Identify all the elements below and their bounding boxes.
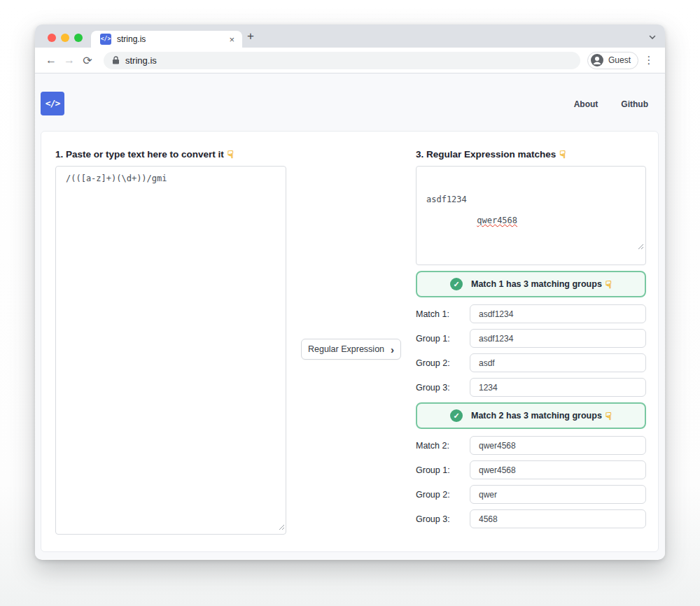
- minimize-window-button[interactable]: [61, 34, 69, 42]
- tab-strip: </> string.is × +: [35, 24, 665, 48]
- group-value-input[interactable]: [470, 509, 646, 528]
- pointer-down-icon: ☟: [606, 279, 612, 290]
- match-row: Group 1:: [416, 460, 646, 479]
- group-value-input[interactable]: [470, 460, 646, 479]
- tab-close-icon[interactable]: ×: [227, 34, 237, 45]
- match-row: Group 2:: [416, 485, 646, 504]
- resize-grip-icon[interactable]: [577, 232, 644, 263]
- pointer-down-icon: ☟: [606, 411, 612, 421]
- row-label: Group 2:: [416, 490, 470, 500]
- back-icon[interactable]: ←: [42, 54, 60, 66]
- match-value-input[interactable]: [470, 436, 646, 455]
- match-row: Group 2:: [416, 353, 646, 372]
- browser-toolbar: ← → ⟳ string.is Guest ⋮: [35, 48, 665, 73]
- url-text: string.is: [125, 55, 157, 66]
- output-panel: 3. Regular Expression matches ☟ asdf1234…: [416, 149, 646, 534]
- input-textarea[interactable]: /(([a-z]+)(\d+))/gmi: [55, 166, 286, 535]
- check-circle-icon: ✓: [450, 278, 463, 290]
- input-panel: 1. Paste or type text here to convert it…: [55, 149, 286, 535]
- browser-tab[interactable]: </> string.is ×: [91, 31, 242, 48]
- browser-window: </> string.is × + ← → ⟳ string.is Guest …: [35, 24, 665, 560]
- lock-icon: [112, 56, 120, 64]
- match-value-input[interactable]: [470, 304, 646, 323]
- row-label: Match 1:: [416, 309, 470, 319]
- row-label: Group 3:: [416, 383, 470, 393]
- window-controls: [48, 34, 83, 42]
- site-nav: About Github: [574, 99, 648, 109]
- avatar-icon: [590, 53, 604, 67]
- alert-text: Match 1 has 3 matching groups: [471, 279, 602, 289]
- nav-github-link[interactable]: Github: [621, 99, 648, 109]
- row-label: Group 1:: [416, 334, 470, 344]
- alert-text: Match 2 has 3 matching groups: [471, 411, 602, 421]
- match-row: Group 1:: [416, 329, 646, 348]
- output-line: qwer4568: [477, 216, 517, 226]
- pointer-down-icon: ☟: [559, 149, 566, 160]
- site-favicon-icon: </>: [100, 34, 111, 45]
- browser-menu-icon[interactable]: ⋮: [641, 54, 657, 66]
- nav-about-link[interactable]: About: [574, 99, 598, 109]
- site-logo[interactable]: </>: [41, 92, 64, 115]
- profile-chip[interactable]: Guest: [587, 52, 638, 69]
- reload-icon[interactable]: ⟳: [78, 54, 97, 67]
- match-row: Group 3:: [416, 378, 646, 397]
- match-2-success-alert: ✓ Match 2 has 3 matching groups ☟: [416, 402, 646, 429]
- tab-title: string.is: [117, 34, 227, 44]
- converter-card: 1. Paste or type text here to convert it…: [41, 131, 659, 552]
- group-value-input[interactable]: [470, 329, 646, 348]
- page-content: </> About Github 1. Paste or type text h…: [35, 73, 665, 559]
- maximize-window-button[interactable]: [74, 34, 83, 42]
- close-window-button[interactable]: [48, 34, 56, 42]
- profile-label: Guest: [608, 55, 631, 65]
- output-line: asdf1234: [426, 195, 636, 205]
- row-label: Group 3:: [416, 514, 470, 524]
- row-label: Group 2:: [416, 358, 470, 368]
- input-panel-heading: 1. Paste or type text here to convert it…: [55, 149, 286, 160]
- converter-select-button[interactable]: Regular Expression ›: [301, 339, 401, 360]
- match-row: Group 3:: [416, 509, 646, 528]
- match-row: Match 1:: [416, 304, 646, 323]
- row-label: Match 2:: [416, 441, 470, 451]
- tab-search-chevron-icon[interactable]: [648, 31, 657, 44]
- forward-icon[interactable]: →: [60, 54, 78, 66]
- group-value-input[interactable]: [470, 353, 646, 372]
- match-2-rows: Match 2: Group 1: Group 2: Group 3:: [416, 436, 646, 528]
- new-tab-button[interactable]: +: [243, 29, 258, 44]
- output-textarea[interactable]: asdf1234 qwer4568: [416, 166, 646, 265]
- chevron-right-icon: ›: [391, 344, 394, 355]
- match-row: Match 2:: [416, 436, 646, 455]
- match-1-rows: Match 1: Group 1: Group 2: Group 3:: [416, 304, 646, 397]
- group-value-input[interactable]: [470, 485, 646, 504]
- group-value-input[interactable]: [470, 378, 646, 397]
- resize-grip-icon[interactable]: [279, 521, 285, 533]
- address-bar[interactable]: string.is: [104, 52, 580, 69]
- row-label: Group 1:: [416, 465, 470, 475]
- pointer-down-icon: ☟: [227, 149, 234, 160]
- match-1-success-alert: ✓ Match 1 has 3 matching groups ☟: [416, 271, 646, 297]
- output-panel-heading: 3. Regular Expression matches ☟: [416, 149, 646, 160]
- check-circle-icon: ✓: [450, 409, 463, 422]
- converter-label: Regular Expression: [308, 344, 384, 354]
